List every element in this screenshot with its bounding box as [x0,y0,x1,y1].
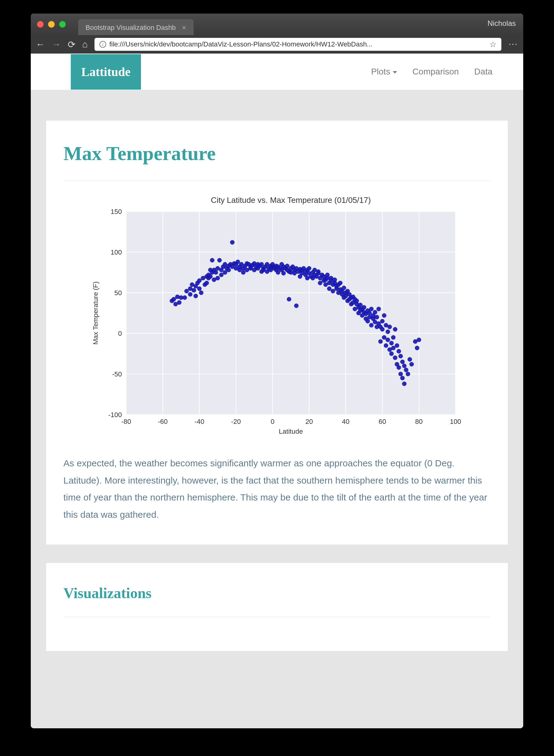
brand-logo[interactable]: Lattitude [71,54,141,90]
svg-point-131 [289,270,293,275]
svg-text:80: 80 [415,418,423,425]
svg-point-237 [391,335,395,339]
svg-point-242 [397,349,401,354]
browser-toolbar: ← → ⟳ ⌂ i file:///Users/nick/dev/bootcam… [31,35,523,54]
svg-point-179 [338,281,342,285]
svg-point-158 [318,281,322,285]
close-tab-icon[interactable]: × [182,23,186,32]
svg-point-119 [276,270,280,275]
svg-text:40: 40 [342,418,349,425]
nav-plots-dropdown[interactable]: Plots [371,67,397,77]
site-navbar: Lattitude Plots Comparison Data [31,54,523,90]
svg-point-171 [331,289,335,293]
svg-point-248 [402,364,406,368]
svg-point-211 [368,311,372,315]
chart-description: As expected, the weather becomes signifi… [63,455,491,523]
svg-point-173 [333,278,337,282]
chart-container: -80-60-40-20020406080100-100-50050100150… [63,193,491,439]
svg-point-37 [172,297,176,301]
svg-point-217 [373,310,377,314]
svg-text:60: 60 [379,418,386,425]
svg-point-49 [193,294,198,298]
nav-plots-label: Plots [371,67,390,77]
browser-tab[interactable]: Bootstrap Visualization Dashb × [78,19,193,35]
svg-point-233 [387,325,392,329]
bookmark-star-icon[interactable]: ☆ [489,40,496,49]
svg-point-212 [369,307,374,311]
svg-point-56 [205,281,209,285]
svg-point-47 [192,288,196,292]
svg-point-230 [386,338,390,342]
visualizations-title: Visualizations [63,585,491,601]
svg-point-124 [281,271,286,275]
svg-text:Latitude: Latitude [279,428,303,435]
browser-profile-label[interactable]: Nicholas [488,19,516,28]
svg-point-249 [402,382,406,386]
svg-point-234 [389,341,394,345]
svg-point-45 [188,292,192,296]
svg-point-247 [400,376,405,380]
svg-point-66 [214,270,218,275]
svg-point-156 [316,269,320,274]
visualizations-card: Visualizations [46,563,508,651]
svg-point-231 [386,330,390,334]
forward-button[interactable]: → [52,39,61,50]
svg-text:-80: -80 [121,418,131,425]
svg-point-148 [307,266,311,271]
svg-point-225 [380,327,384,331]
svg-point-252 [407,357,412,361]
svg-point-244 [399,354,403,358]
browser-menu-icon[interactable]: ⋮ [508,40,518,49]
svg-point-182 [342,286,346,290]
tab-title: Bootstrap Visualization Dashb [86,24,176,32]
reload-button[interactable]: ⟳ [68,39,75,50]
svg-text:100: 100 [110,249,122,256]
svg-point-69 [217,258,222,262]
svg-point-219 [375,315,379,319]
site-info-icon[interactable]: i [99,41,106,48]
svg-point-84 [236,260,240,264]
svg-point-200 [358,303,363,307]
svg-point-255 [415,346,419,350]
svg-point-40 [177,301,181,305]
svg-point-229 [384,343,388,348]
maximize-window-button[interactable] [59,21,66,28]
svg-point-197 [354,299,359,303]
minimize-window-button[interactable] [48,21,55,28]
divider [63,180,491,181]
svg-point-213 [369,323,374,327]
svg-text:150: 150 [110,208,122,215]
chevron-down-icon [393,71,397,73]
url-text: file:///Users/nick/dev/bootcamp/DataViz-… [109,40,486,48]
svg-point-62 [210,258,214,262]
svg-point-205 [362,305,366,310]
svg-point-167 [327,286,331,291]
svg-point-51 [197,286,202,291]
svg-point-42 [182,295,187,300]
nav-comparison-link[interactable]: Comparison [412,67,459,77]
svg-point-39 [175,294,179,299]
browser-tab-bar: Bootstrap Visualization Dashb × Nicholas [31,13,523,35]
svg-point-235 [389,352,394,356]
page-title: Max Temperature [63,142,491,165]
browser-window: Bootstrap Visualization Dashb × Nicholas… [31,13,523,728]
svg-point-104 [260,262,264,267]
svg-text:Max Temperature (F): Max Temperature (F) [92,282,99,345]
nav-data-link[interactable]: Data [474,67,492,77]
page-viewport[interactable]: Lattitude Plots Comparison Data Max Temp… [31,54,523,728]
svg-point-246 [400,360,405,364]
back-button[interactable]: ← [36,39,45,50]
divider [63,617,491,617]
svg-point-165 [325,273,330,277]
scatter-chart: -80-60-40-20020406080100-100-50050100150… [86,193,468,439]
svg-point-251 [406,372,410,376]
home-button[interactable]: ⌂ [82,39,88,50]
svg-point-250 [404,368,408,372]
svg-point-256 [417,338,421,342]
address-bar[interactable]: i file:///Users/nick/dev/bootcamp/DataVi… [95,38,501,51]
svg-text:-100: -100 [108,411,122,419]
svg-point-223 [378,339,383,343]
close-window-button[interactable] [37,21,44,28]
window-controls [37,21,66,28]
svg-text:0: 0 [118,330,122,337]
